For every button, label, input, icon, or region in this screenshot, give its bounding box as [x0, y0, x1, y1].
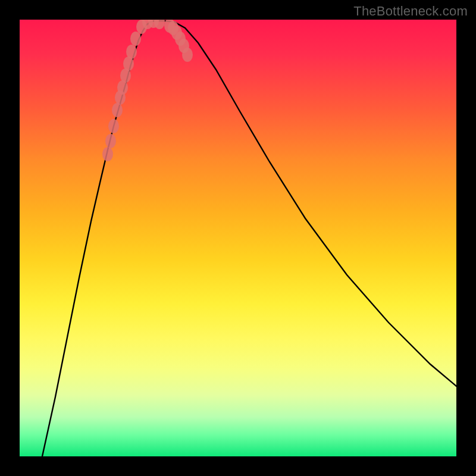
watermark-text: TheBottleneck.com	[353, 4, 468, 19]
bottleneck-curve	[42, 21, 456, 456]
scatter-dot	[154, 20, 165, 29]
plot-area	[20, 20, 456, 456]
scatter-dot	[102, 147, 113, 161]
scatter-dot	[112, 103, 123, 117]
scatter-dot	[108, 119, 119, 133]
chart-svg	[20, 20, 456, 456]
scatter-dot	[182, 48, 193, 62]
scatter-dots	[102, 20, 193, 161]
scatter-dot	[105, 134, 116, 148]
scatter-dot	[126, 45, 137, 59]
scatter-dot	[130, 32, 141, 46]
chart-frame: TheBottleneck.com	[0, 0, 476, 476]
